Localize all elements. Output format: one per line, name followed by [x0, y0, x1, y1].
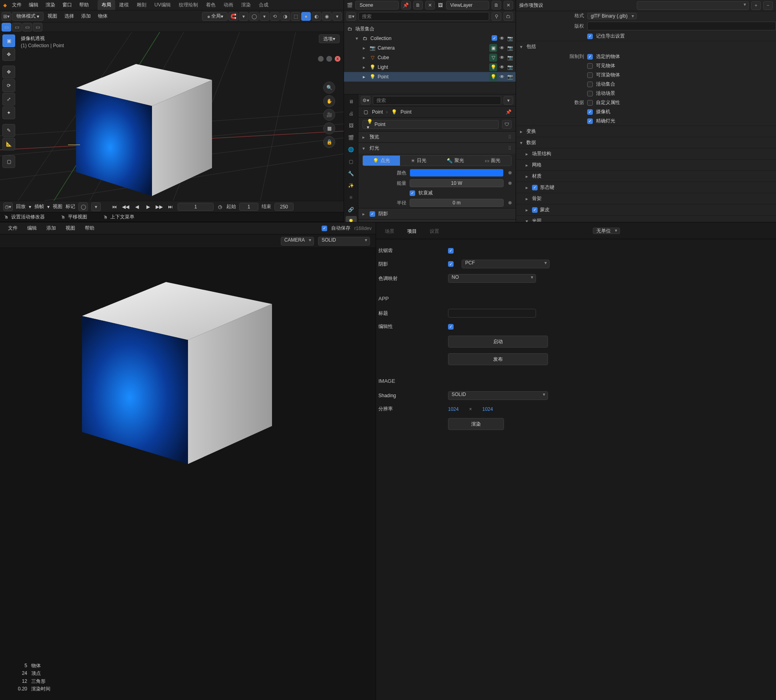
light-datablock[interactable]: 💡▾ Point — [362, 120, 499, 129]
mesh-data-icon[interactable]: ▽ — [489, 54, 497, 62]
shading-material[interactable]: ◐ — [312, 12, 321, 21]
tab-settings[interactable]: 设置 — [429, 224, 440, 239]
limit-active-scene[interactable] — [587, 91, 593, 96]
camera-data-icon[interactable]: ▣ — [489, 44, 497, 52]
nav-gizmo[interactable]: Z Y X — [317, 56, 341, 80]
ptab-render[interactable]: 🖥 — [346, 96, 357, 107]
data-custom-props[interactable] — [587, 100, 593, 106]
shadow-toggle[interactable] — [370, 211, 375, 217]
overlays-toggle[interactable]: ◑ — [280, 12, 290, 21]
scene-pin[interactable]: 📌 — [401, 1, 411, 10]
launch-button[interactable]: 启动 — [448, 336, 548, 348]
shapekeys-toggle[interactable] — [532, 185, 538, 190]
pin-icon[interactable]: 📌 — [505, 109, 512, 115]
ptab-viewlayer[interactable]: 🖼 — [346, 120, 357, 131]
ptab-object[interactable]: ▢ — [346, 156, 357, 167]
menu-edit[interactable]: 编辑 — [26, 0, 42, 10]
scene-name[interactable]: Scene — [355, 1, 399, 10]
menu-file[interactable]: 文件 — [9, 0, 25, 10]
copyright-input[interactable] — [587, 22, 776, 30]
tree-item-camera[interactable]: ▸ 📷 Camera ▣ 👁 📷 — [344, 43, 516, 53]
editor-menu-edit[interactable]: 编辑 — [23, 223, 41, 233]
viewport-3d[interactable]: 选项 ▾ 摄像机透视 (1) Collection | Point ▣ ✥ ✥ … — [0, 32, 344, 201]
nav-lock[interactable]: 🔒 — [323, 136, 335, 148]
editor-type-dropdown[interactable]: ⊞▾ — [2, 12, 11, 21]
timeline-view[interactable]: 视图 — [53, 203, 62, 210]
limit-active-collection[interactable] — [587, 82, 593, 87]
props-editor-type[interactable]: ⚙▾ — [361, 96, 370, 105]
limit-selected[interactable] — [587, 54, 593, 60]
menu-window[interactable]: 窗口 — [59, 0, 75, 10]
editable-toggle[interactable] — [448, 324, 454, 330]
tonemap-select[interactable]: NO — [448, 274, 536, 283]
workspace-texpaint[interactable]: 纹理绘制 — [175, 0, 202, 10]
link-icon[interactable] — [508, 201, 512, 204]
collection-exclude[interactable] — [492, 35, 497, 41]
scene-del[interactable]: ✕ — [425, 1, 435, 10]
data-punctual-lights[interactable] — [587, 118, 593, 124]
tool-rotate[interactable]: ⟳ — [2, 79, 15, 92]
section-mesh[interactable]: ▸网格 — [516, 159, 776, 170]
ptab-physics[interactable]: ⚛ — [346, 192, 357, 203]
preset-select[interactable] — [637, 1, 749, 10]
play-rev[interactable]: ◀ — [133, 203, 141, 211]
antialias-toggle[interactable] — [448, 248, 454, 254]
shading-render[interactable]: ◉ — [322, 12, 332, 21]
light-energy[interactable]: 10 W — [410, 179, 504, 187]
remember-toggle[interactable] — [587, 34, 593, 39]
autokey-toggle[interactable]: ◯ — [78, 202, 88, 211]
timeline-marker[interactable]: 标记 — [66, 203, 75, 210]
tool-annotate[interactable]: ✎ — [2, 124, 15, 137]
viewlayer-new[interactable]: 🗎 — [492, 1, 501, 10]
ptab-particles[interactable]: ✨ — [346, 180, 357, 191]
tool-select-box[interactable]: ▣ — [2, 34, 15, 47]
autosave-toggle[interactable] — [322, 226, 327, 231]
hdr-object[interactable]: 物体 — [95, 12, 111, 21]
tool-transform[interactable]: ✦ — [2, 106, 15, 119]
hdr-view[interactable]: 视图 — [44, 12, 60, 21]
outliner-search[interactable] — [358, 12, 489, 21]
section-shapekeys[interactable]: ▸形态键 — [516, 182, 776, 193]
select-mode-3[interactable]: ▭ — [22, 23, 32, 32]
chevron-right-icon[interactable]: ▸ — [361, 64, 367, 70]
tree-collection[interactable]: ▾ 🗀 Collection 👁 📷 — [344, 34, 516, 43]
title-input[interactable] — [448, 309, 536, 318]
light-radius[interactable]: 0 m — [410, 199, 504, 207]
viewlayer-del[interactable]: ✕ — [504, 1, 513, 10]
prev-key[interactable]: ◀◀ — [122, 203, 130, 211]
workspace-modeling[interactable]: 建模 — [115, 0, 133, 10]
link-icon[interactable] — [508, 171, 512, 174]
panel-light[interactable]: ▾灯光 ⠿ — [358, 142, 516, 154]
limit-visible[interactable] — [587, 63, 593, 69]
jump-end[interactable]: ⏭ — [166, 203, 174, 211]
render-button[interactable]: 渲染 — [448, 418, 504, 430]
light-data-icon[interactable]: 💡 — [489, 73, 497, 81]
shadows-type-select[interactable]: PCF — [462, 260, 550, 268]
tool-cursor[interactable]: ✥ — [2, 48, 15, 61]
eye-icon[interactable]: 👁 — [499, 54, 505, 61]
light-color[interactable] — [410, 169, 504, 177]
orientation-dropdown[interactable]: 🜨 全局 ▾ — [202, 12, 228, 21]
shading-solid[interactable]: ● — [301, 12, 311, 21]
viewport-options[interactable]: 选项 ▾ — [319, 34, 340, 43]
camera-icon[interactable]: 📷 — [507, 35, 513, 42]
tab-project[interactable]: 项目 — [406, 224, 418, 239]
select-mode-4[interactable]: ▭ — [33, 23, 42, 32]
camera-icon[interactable]: 📷 — [507, 64, 513, 70]
light-type-spot[interactable]: 🔦 聚光 — [437, 156, 474, 166]
limit-renderable[interactable] — [587, 72, 593, 78]
hdr-select[interactable]: 选择 — [61, 12, 77, 21]
shading-options[interactable]: ▾ — [332, 12, 342, 21]
ptab-modifier[interactable]: 🔧 — [346, 168, 357, 179]
tool-measure[interactable]: 📐 — [2, 138, 15, 150]
format-select[interactable]: glTF Binary (.glb) — [587, 13, 637, 19]
scene-new[interactable]: 🗎 — [413, 1, 423, 10]
snap-toggle[interactable]: 🧲 — [228, 12, 238, 21]
jump-start[interactable]: ⏮ — [110, 203, 118, 211]
camera-icon[interactable]: 📷 — [507, 54, 513, 61]
select-mode-1[interactable]: ▭ — [2, 23, 11, 32]
workspace-compositing[interactable]: 合成 — [255, 0, 272, 10]
light-fakeuser[interactable]: 🛡 — [502, 120, 512, 129]
tab-scene[interactable]: 场景 — [384, 224, 395, 239]
hdr-add[interactable]: 添加 — [78, 12, 94, 21]
